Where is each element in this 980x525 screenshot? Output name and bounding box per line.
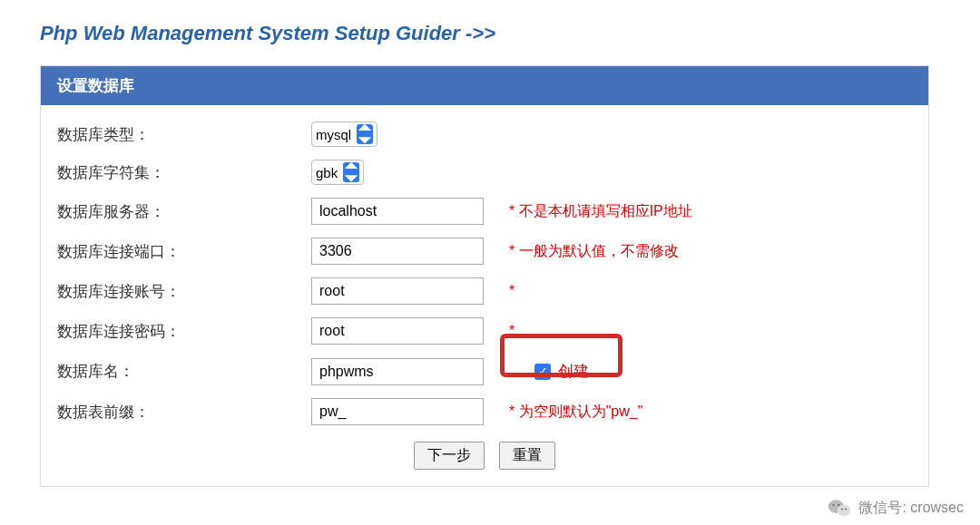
footer-label: 微信号: (858, 499, 906, 518)
row-charset: 数据库字符集： gbk (57, 160, 912, 185)
select-db-type-value: mysql (316, 127, 351, 142)
create-db-option[interactable]: ✓ 创建 (520, 357, 622, 385)
label-server: 数据库服务器： (57, 201, 311, 222)
footer-watermark: 微信号: crowsec (828, 498, 964, 518)
page-title: Php Web Management System Setup Guider -… (40, 22, 940, 45)
svg-point-2 (833, 504, 835, 506)
input-dbname[interactable] (311, 358, 484, 385)
create-db-label: 创建 (558, 361, 589, 382)
checkmark-icon: ✓ (534, 364, 551, 380)
row-port: 数据库连接端口： * 一般为默认值，不需修改 (57, 238, 912, 265)
chevron-updown-icon (357, 124, 373, 144)
select-charset[interactable]: gbk (311, 160, 364, 185)
row-dbname: 数据库名： ✓ 创建 (57, 357, 912, 385)
label-user: 数据库连接账号： (57, 281, 311, 302)
footer-value: crowsec (910, 500, 964, 516)
button-row: 下一步 重置 (57, 442, 912, 470)
reset-button[interactable]: 重置 (499, 442, 555, 470)
hint-server: * 不是本机请填写相应IP地址 (509, 202, 692, 221)
select-charset-value: gbk (316, 165, 338, 180)
svg-point-4 (841, 509, 843, 510)
row-user: 数据库连接账号： * (57, 277, 912, 305)
label-charset: 数据库字符集： (57, 162, 311, 183)
svg-point-5 (846, 509, 848, 510)
row-prefix: 数据表前缀： * 为空则默认为"pw_" (57, 398, 912, 425)
label-pass: 数据库连接密码： (57, 321, 311, 342)
label-db-type: 数据库类型： (57, 124, 311, 145)
svg-point-1 (838, 505, 850, 516)
next-button[interactable]: 下一步 (414, 442, 485, 470)
hint-prefix: * 为空则默认为"pw_" (509, 403, 642, 422)
hint-port: * 一般为默认值，不需修改 (509, 242, 679, 261)
panel-body: 数据库类型： mysql 数据库字符集： gbk (41, 105, 928, 486)
label-prefix: 数据表前缀： (57, 402, 311, 423)
row-db-type: 数据库类型： mysql (57, 122, 912, 147)
input-user[interactable] (311, 277, 484, 305)
hint-pass: * (509, 323, 514, 339)
chevron-updown-icon (343, 162, 359, 182)
svg-point-3 (838, 504, 840, 506)
wechat-icon (828, 498, 851, 518)
row-server: 数据库服务器： * 不是本机请填写相应IP地址 (57, 198, 912, 225)
input-port[interactable] (311, 238, 484, 265)
row-pass: 数据库连接密码： * (57, 317, 912, 345)
input-pass[interactable] (311, 317, 484, 345)
label-dbname: 数据库名： (57, 361, 311, 382)
label-port: 数据库连接端口： (57, 241, 311, 262)
input-server[interactable] (311, 198, 484, 225)
hint-user: * (509, 283, 514, 299)
input-prefix[interactable] (311, 398, 484, 425)
select-db-type[interactable]: mysql (311, 122, 377, 147)
db-setup-panel: 设置数据库 数据库类型： mysql 数据库字符集： gbk (40, 65, 929, 487)
panel-header: 设置数据库 (41, 66, 928, 105)
